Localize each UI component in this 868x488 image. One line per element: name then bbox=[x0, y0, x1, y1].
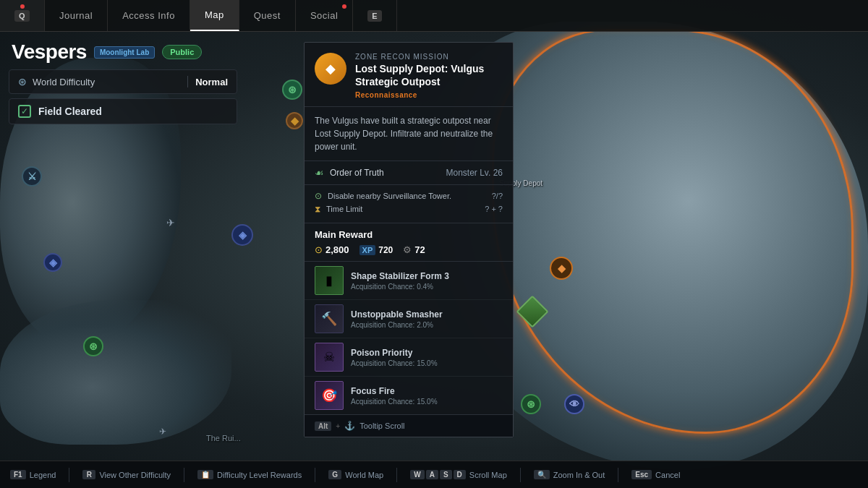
mission-popup: Zone Recon Mission Lost Supply Depot: Vu… bbox=[304, 42, 514, 437]
mission-tag: Reconnaissance bbox=[355, 91, 503, 99]
obj-count-2: ? + ? bbox=[485, 205, 503, 213]
view-difficulty-shortcut[interactable]: R View Other Difficulty bbox=[82, 470, 171, 479]
gold-icon: ⊙ bbox=[315, 244, 323, 255]
cancel-shortcut[interactable]: Esc Cancel bbox=[631, 470, 680, 479]
field-cleared-row: ✓ Field Cleared bbox=[9, 98, 237, 124]
item-info-4: Focus Fire Acquisition Chance: 15.0% bbox=[351, 386, 503, 406]
map-icon-2[interactable]: ◆ bbox=[286, 112, 303, 129]
nav-social[interactable]: Social bbox=[296, 0, 353, 31]
item-name-4: Focus Fire bbox=[351, 386, 503, 396]
legend-label: Legend bbox=[30, 471, 56, 479]
nav-access-info[interactable]: Access Info bbox=[108, 0, 190, 31]
nav-e[interactable]: E bbox=[353, 0, 397, 31]
world-map-shortcut[interactable]: G World Map bbox=[328, 470, 383, 479]
footer-icon: ⚓ bbox=[344, 421, 355, 431]
difficulty-rewards-shortcut[interactable]: 📋 Difficulty Level Rewards bbox=[197, 470, 302, 479]
zoom-shortcut[interactable]: 🔍 Zoom In & Out bbox=[534, 470, 605, 479]
mission-type: Zone Recon Mission bbox=[355, 53, 503, 61]
mission-icon bbox=[315, 53, 346, 85]
monster-level: Monster Lv. 26 bbox=[446, 168, 503, 178]
field-cleared-label: Field Cleared bbox=[38, 106, 102, 117]
obj-count-1: ?/? bbox=[492, 192, 503, 200]
reward-item-4: 🎯 Focus Fire Acquisition Chance: 15.0% bbox=[305, 377, 513, 414]
reward-item-2: 🔨 Unstoppable Smasher Acquisition Chance… bbox=[305, 300, 513, 338]
map-icon-blue[interactable]: ◈ bbox=[231, 224, 253, 246]
view-difficulty-label: View Other Difficulty bbox=[99, 471, 171, 479]
bottom-bar: F1 Legend R View Other Difficulty 📋 Diff… bbox=[0, 461, 868, 488]
left-panel: Vespers Moonlight Lab Public ⊛ World Dif… bbox=[0, 32, 246, 129]
map-icon-green-circle[interactable]: ⊛ bbox=[521, 394, 541, 414]
objective-1: ⊙ Disable nearby Surveillance Tower. ?/? bbox=[315, 191, 503, 201]
difficulty-icon: ⊛ bbox=[18, 76, 27, 87]
item-chance-2: Acquisition Chance: 2.0% bbox=[351, 321, 503, 329]
f1-key: F1 bbox=[10, 470, 26, 479]
map-icon-aircraft2: ✈ bbox=[159, 427, 166, 437]
hourglass-icon: ⧗ bbox=[315, 204, 320, 214]
difficulty-value: Normal bbox=[195, 77, 228, 87]
gold-value: 2,800 bbox=[326, 244, 349, 255]
currency-xp: XP 720 bbox=[359, 245, 393, 255]
zoom-icon: 🔍 bbox=[534, 470, 550, 479]
item-name-1: Shape Stabilizer Form 3 bbox=[351, 271, 503, 281]
reward-items-list: ▮ Shape Stabilizer Form 3 Acquisition Ch… bbox=[305, 261, 513, 414]
reward-currencies: ⊙ 2,800 XP 720 ⚙ 72 bbox=[305, 243, 513, 261]
currency-gold: ⊙ 2,800 bbox=[315, 244, 349, 255]
item-info-2: Unstoppable Smasher Acquisition Chance: … bbox=[351, 309, 503, 329]
w-key: W bbox=[410, 470, 424, 479]
esc-key: Esc bbox=[631, 470, 652, 479]
s-key: S bbox=[440, 470, 452, 479]
difficulty-rewards-label: Difficulty Level Rewards bbox=[217, 471, 302, 479]
popup-header: Zone Recon Mission Lost Supply Depot: Vu… bbox=[305, 43, 513, 107]
reward-header: Main Reward bbox=[305, 223, 513, 243]
map-icon-aircraft: ✈ bbox=[166, 217, 175, 228]
map-label-ruin: The Rui... bbox=[206, 434, 241, 442]
badge-public: Public bbox=[162, 45, 202, 59]
obj-icon-1: ⊙ bbox=[315, 191, 322, 201]
xp-value: 720 bbox=[378, 245, 393, 255]
divider-6 bbox=[618, 468, 618, 482]
gear-icon: ⚙ bbox=[403, 244, 412, 255]
legend-shortcut[interactable]: F1 Legend bbox=[10, 470, 56, 479]
currency-gear: ⚙ 72 bbox=[403, 244, 425, 255]
zoom-label: Zoom In & Out bbox=[553, 471, 605, 479]
q-key[interactable]: Q bbox=[14, 10, 30, 22]
divider-2 bbox=[184, 468, 184, 482]
item-name-2: Unstoppable Smasher bbox=[351, 309, 503, 320]
item-thumb-1: ▮ bbox=[315, 266, 344, 295]
reward-item-3: ☠ Poison Priority Acquisition Chance: 15… bbox=[305, 338, 513, 377]
map-icon-sword[interactable]: ⚔ bbox=[22, 166, 42, 187]
scroll-map-shortcut[interactable]: W A S D Scroll Map bbox=[410, 470, 507, 479]
badge-moonlight: Moonlight Lab bbox=[94, 46, 155, 59]
map-icon-eye[interactable]: 👁 bbox=[564, 394, 584, 414]
xp-icon: XP bbox=[359, 245, 376, 255]
obj-text-1: Disable nearby Surveillance Tower. bbox=[328, 192, 486, 200]
nav-map[interactable]: Map bbox=[190, 0, 239, 31]
item-chance-4: Acquisition Chance: 15.0% bbox=[351, 398, 503, 406]
map-icon-diamond[interactable] bbox=[521, 300, 544, 323]
item-thumb-2: 🔨 bbox=[315, 304, 344, 333]
popup-footer: Alt + ⚓ Tooltip Scroll bbox=[305, 414, 513, 437]
divider-5 bbox=[520, 468, 521, 482]
a-key: A bbox=[426, 470, 438, 479]
divider-1 bbox=[69, 468, 69, 482]
footer-key: Alt bbox=[315, 421, 331, 431]
scroll-map-label: Scroll Map bbox=[469, 471, 507, 479]
item-chance-1: Acquisition Chance: 0.4% bbox=[351, 283, 503, 291]
item-chance-3: Acquisition Chance: 15.0% bbox=[351, 359, 503, 367]
clipboard-icon: 📋 bbox=[197, 470, 213, 479]
map-icon-1[interactable]: ⊛ bbox=[282, 80, 302, 100]
nav-journal[interactable]: Journal bbox=[45, 0, 108, 31]
d-key: D bbox=[454, 470, 466, 479]
nav-quest[interactable]: Quest bbox=[239, 0, 296, 31]
map-icon-green2[interactable]: ⊛ bbox=[83, 336, 103, 356]
map-icon-orange[interactable]: ◆ bbox=[550, 257, 573, 280]
objectives-section: ⊙ Disable nearby Surveillance Tower. ?/?… bbox=[305, 185, 513, 223]
mission-title-block: Zone Recon Mission Lost Supply Depot: Vu… bbox=[355, 53, 503, 99]
e-key[interactable]: E bbox=[367, 10, 382, 22]
item-name-3: Poison Priority bbox=[351, 348, 503, 358]
divider-4 bbox=[396, 468, 397, 482]
divider-3 bbox=[315, 468, 315, 482]
map-icon-blue2[interactable]: ◈ bbox=[43, 253, 62, 272]
faction-icon: ☙ bbox=[315, 167, 324, 179]
nav-q[interactable]: Q bbox=[0, 0, 45, 31]
